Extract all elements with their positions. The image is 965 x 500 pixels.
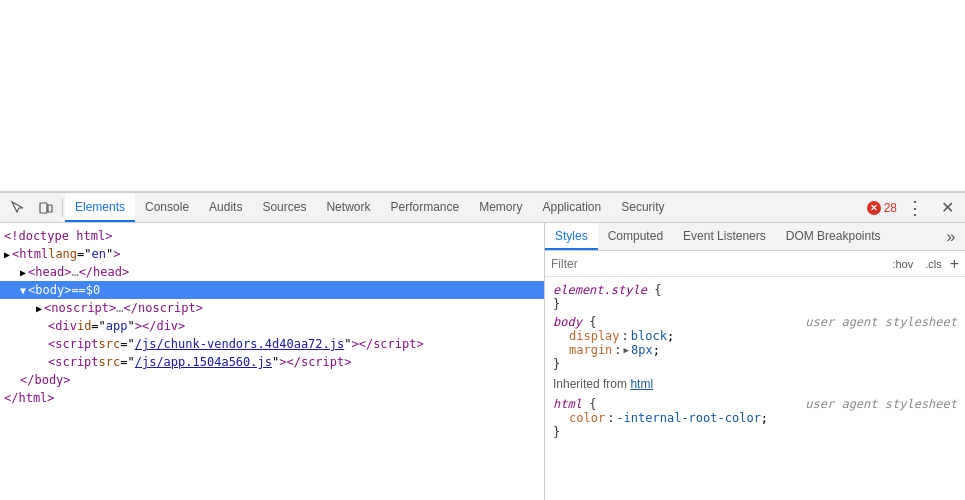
body-margin-prop: margin : ▶ 8px ; [553,343,957,357]
devtools-panel: Elements Console Audits Sources Network … [0,192,965,500]
tab-memory[interactable]: Memory [469,193,532,222]
tab-application[interactable]: Application [533,193,612,222]
toolbar-right: ✕ 28 ⋮ ✕ [867,194,961,222]
styles-tab-event-listeners[interactable]: Event Listeners [673,223,776,250]
dom-head[interactable]: ▶ <head> … </head> [0,263,544,281]
browser-viewport [0,0,965,192]
close-devtools-icon[interactable]: ✕ [933,194,961,222]
device-toolbar-icon[interactable] [32,194,60,222]
html-color-prop: color : -internal-root-color ; [553,411,957,425]
styles-tabs: Styles Computed Event Listeners DOM Brea… [545,223,965,251]
dom-script-app[interactable]: <script src="/js/app.1504a560.js" ></scr… [0,353,544,371]
body-rule: body { user agent stylesheet display : b… [545,313,965,373]
inherited-from-link[interactable]: html [630,377,653,391]
dom-html[interactable]: ▶ <html lang="en" > [0,245,544,263]
dom-doctype[interactable]: <!doctype html> [0,227,544,245]
styles-panel: Styles Computed Event Listeners DOM Brea… [545,223,965,500]
error-badge[interactable]: ✕ 28 [867,201,897,215]
body-selector[interactable]: body [553,315,582,329]
tab-network[interactable]: Network [316,193,380,222]
svg-rect-0 [40,203,47,213]
element-style-rule: element.style { } [545,281,965,313]
dom-panel: <!doctype html> ▶ <html lang="en" > ▶ <h… [0,223,545,500]
add-style-rule-button[interactable]: + [950,256,959,272]
tab-sources[interactable]: Sources [252,193,316,222]
styles-overflow-button[interactable]: » [937,223,965,251]
cls-button[interactable]: .cls [921,256,946,272]
dom-body-close[interactable]: </body> [0,371,544,389]
styles-tab-computed[interactable]: Computed [598,223,673,250]
body-rule-source: user agent stylesheet [805,315,957,329]
filter-bar: :hov .cls + [545,251,965,277]
styles-content: element.style { } body { user agent styl… [545,277,965,500]
html-rule: html { user agent stylesheet color : -in… [545,395,965,441]
filter-actions: :hov .cls + [888,256,959,272]
tab-security[interactable]: Security [611,193,674,222]
dom-script-vendors[interactable]: <script src="/js/chunk-vendors.4d40aa72.… [0,335,544,353]
devtools-tab-list: Elements Console Audits Sources Network … [65,193,867,222]
dom-body[interactable]: ▼ <body> == $0 [0,281,544,299]
error-circle-icon: ✕ [867,201,881,215]
devtools-content: <!doctype html> ▶ <html lang="en" > ▶ <h… [0,223,965,500]
html-rule-source: user agent stylesheet [805,397,957,411]
more-options-icon[interactable]: ⋮ [901,194,929,222]
inspect-element-icon[interactable] [4,194,32,222]
html-selector[interactable]: html [553,397,582,411]
styles-tab-dom-breakpoints[interactable]: DOM Breakpoints [776,223,891,250]
element-style-selector[interactable]: element.style [553,283,647,297]
tab-performance[interactable]: Performance [380,193,469,222]
tab-audits[interactable]: Audits [199,193,252,222]
inherited-header: Inherited from html [545,373,965,395]
dom-html-close[interactable]: </html> [0,389,544,407]
body-display-prop: display : block ; [553,329,957,343]
svg-rect-1 [48,205,52,212]
tab-console[interactable]: Console [135,193,199,222]
dom-div-app[interactable]: <div id="app" ></div> [0,317,544,335]
hov-button[interactable]: :hov [888,256,917,272]
styles-tab-styles[interactable]: Styles [545,223,598,250]
tab-elements[interactable]: Elements [65,193,135,222]
toolbar-separator [62,199,63,217]
filter-input[interactable] [551,257,888,271]
devtools-toolbar: Elements Console Audits Sources Network … [0,193,965,223]
dom-noscript[interactable]: ▶ <noscript> … </noscript> [0,299,544,317]
